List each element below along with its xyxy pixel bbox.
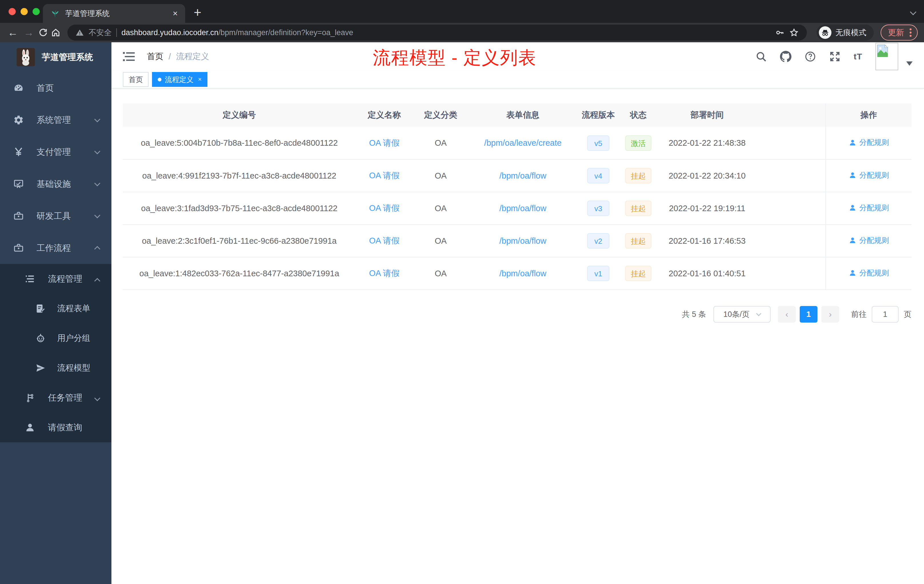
browser-menu-dots-icon[interactable] [909, 28, 912, 38]
form-link[interactable]: /bpm/oa/flow [500, 204, 546, 213]
home-button[interactable] [51, 28, 61, 38]
assign-rule-button[interactable]: 分配规则 [848, 203, 889, 213]
assign-rule-button[interactable]: 分配规则 [848, 268, 889, 278]
definition-name-link[interactable]: OA 请假 [369, 236, 399, 245]
definition-name-link[interactable]: OA 请假 [369, 138, 399, 147]
window-controls[interactable] [8, 8, 40, 15]
table-row: oa_leave:3:1fad3d93-7b75-11ec-a3c8-acde4… [123, 192, 911, 224]
definition-name-link[interactable]: OA 请假 [369, 203, 399, 213]
table-row: oa_leave:2:3c1f0ef1-76b1-11ec-9c66-a2380… [123, 224, 911, 257]
chrome-update-button[interactable]: 更新 [881, 25, 918, 41]
goto-page-input[interactable] [872, 306, 899, 323]
sidebar-menu: 首页 系统管理 支付管理 [0, 72, 111, 442]
minimize-window-button[interactable] [21, 8, 28, 15]
tab-search-chevron-icon[interactable] [911, 10, 916, 15]
pagination: 共 5 条 10条/页 ‹ 1 › 前往 页 [123, 306, 911, 323]
bookmark-star-icon[interactable] [789, 28, 799, 38]
forward-button[interactable]: → [22, 27, 35, 38]
address-bar[interactable]: 不安全 dashboard.yudao.iocoder.cn/bpm/manag… [68, 25, 807, 41]
chevron-down-icon [94, 116, 100, 122]
incognito-badge[interactable]: 无痕模式 [817, 25, 874, 41]
url-divider [116, 28, 117, 37]
sidebar-logo-row[interactable]: 芋道管理系统 [0, 42, 111, 72]
version-badge: v4 [587, 168, 609, 183]
sidebar-item-infra[interactable]: 基础设施 [0, 168, 111, 200]
sidebar-item-label: 用户分组 [57, 333, 90, 344]
avatar-dropdown-caret-icon[interactable] [906, 61, 912, 66]
sidebar-collapse-icon[interactable] [123, 51, 135, 62]
definition-id: oa_leave:2:3c1f0ef1-76b1-11ec-9c66-a2380… [123, 224, 356, 257]
definition-category: OA [413, 127, 469, 159]
breadcrumb-separator: / [168, 52, 171, 61]
new-tab-button[interactable]: + [194, 6, 201, 19]
robot-icon [35, 333, 46, 343]
user-icon [848, 269, 856, 277]
sidebar-item-label: 首页 [36, 82, 54, 94]
current-page-button[interactable]: 1 [800, 306, 817, 323]
paper-plane-icon [35, 363, 46, 373]
search-icon[interactable] [756, 51, 767, 62]
form-link[interactable]: /bpm/oa/flow [500, 236, 546, 246]
definition-name-link[interactable]: OA 请假 [369, 269, 399, 278]
sidebar-item-system[interactable]: 系统管理 [0, 104, 111, 136]
assign-rule-button[interactable]: 分配规则 [848, 170, 889, 180]
browser-toolbar: ← → 不安全 dashboard.yudao.iocoder.cn/bpm/m… [0, 23, 924, 42]
sidebar-item-user-group[interactable]: 用户分组 [0, 323, 111, 353]
sidebar-item-process-model[interactable]: 流程模型 [0, 353, 111, 383]
maximize-window-button[interactable] [33, 8, 40, 15]
tab-close-icon[interactable]: × [173, 9, 178, 18]
password-key-icon[interactable] [776, 28, 785, 37]
prev-page-button[interactable]: ‹ [778, 306, 796, 323]
sidebar-submenu-workflow: 流程管理 流程表单 [0, 264, 111, 442]
sidebar-item-workflow[interactable]: 工作流程 [0, 232, 111, 264]
breadcrumb-home[interactable]: 首页 [147, 51, 163, 62]
form-link[interactable]: /bpm/oa/leave/create [484, 138, 562, 147]
definition-category: OA [413, 257, 469, 290]
close-window-button[interactable] [8, 8, 16, 15]
tag-home[interactable]: 首页 [123, 72, 148, 87]
browser-tab[interactable]: 芋道管理系统 × [43, 4, 185, 23]
form-link[interactable]: /bpm/oa/flow [500, 269, 546, 278]
gear-icon [13, 115, 24, 125]
next-page-button[interactable]: › [822, 306, 839, 323]
spacer-cell [757, 224, 826, 257]
monitor-icon [13, 178, 24, 190]
help-icon[interactable] [805, 51, 816, 62]
update-label[interactable]: 更新 [888, 27, 904, 38]
url-text[interactable]: dashboard.yudao.iocoder.cn/bpm/manager/d… [121, 28, 771, 37]
incognito-icon [819, 26, 832, 39]
fullscreen-icon[interactable] [829, 51, 841, 62]
assign-rule-button[interactable]: 分配规则 [848, 236, 889, 246]
definition-name-link[interactable]: OA 请假 [369, 171, 399, 180]
chevron-up-icon [94, 278, 100, 284]
font-size-icon[interactable]: tT [854, 52, 862, 61]
navbar-icons: tT [756, 43, 912, 70]
sidebar-item-process-management[interactable]: 流程管理 [0, 264, 111, 294]
sidebar-item-leave-query[interactable]: 请假查询 [0, 412, 111, 442]
list-icon [25, 274, 35, 284]
briefcase-icon [13, 243, 24, 253]
sidebar-item-devtools[interactable]: 研发工具 [0, 200, 111, 232]
sidebar-item-task-management[interactable]: 任务管理 [0, 383, 111, 412]
page-size-select[interactable]: 10条/页 [713, 306, 771, 323]
security-label[interactable]: 不安全 [89, 27, 112, 38]
tag-process-definition[interactable]: 流程定义 × [152, 72, 208, 87]
back-button[interactable]: ← [6, 27, 20, 38]
form-link[interactable]: /bpm/oa/flow [500, 171, 546, 180]
user-avatar-broken-image[interactable] [875, 43, 898, 70]
sidebar-item-label: 流程管理 [48, 273, 82, 285]
definition-id: oa_leave:5:004b710b-7b8a-11ec-8ef0-acde4… [123, 127, 356, 159]
tag-close-icon[interactable]: × [198, 76, 202, 83]
reload-button[interactable] [38, 28, 48, 38]
status-badge: 挂起 [625, 233, 652, 249]
sidebar-item-payment[interactable]: 支付管理 [0, 136, 111, 168]
flow-tree-icon [25, 392, 35, 403]
assign-rule-button[interactable]: 分配规则 [848, 137, 889, 147]
sidebar-item-home[interactable]: 首页 [0, 72, 111, 104]
sidebar-item-process-form[interactable]: 流程表单 [0, 294, 111, 323]
github-icon[interactable] [780, 51, 792, 62]
not-secure-warning-icon[interactable] [76, 28, 84, 37]
page-unit-label: 页 [904, 309, 911, 319]
sidebar: 芋道管理系统 首页 系统管理 [0, 42, 111, 584]
spacer-cell [757, 192, 826, 224]
